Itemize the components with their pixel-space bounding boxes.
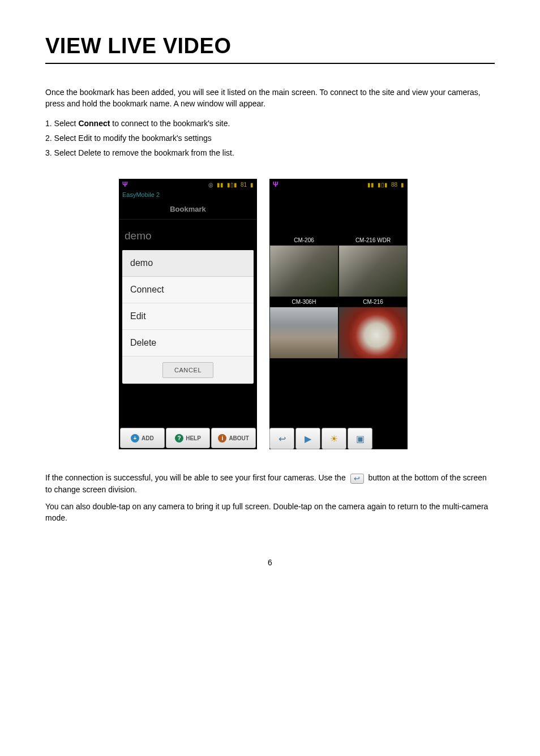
signal-icon: ▮▯▮ [227, 182, 237, 188]
signal-icon: ▮▯▮ [378, 182, 388, 188]
bookmark-name-dim: demo [119, 220, 257, 248]
camera-icon: ☀ [330, 433, 338, 444]
step-connect: 1. Select Connect to connect to the book… [45, 118, 495, 129]
plus-icon: + [131, 434, 139, 443]
menu-edit[interactable]: Edit [122, 303, 254, 330]
cam-label-3: CM-306H [269, 297, 338, 307]
usb-icon: Ψ [122, 181, 128, 188]
para2-prefix: If the connection is successful, you wil… [45, 473, 348, 482]
question-icon: ? [175, 434, 183, 443]
status-bar: Ψ ◎ ▮▮ ▮▯▮ 81 ▮ [119, 179, 257, 190]
step-edit: 2. Select Edit to modify the bookmark's … [45, 132, 495, 144]
step-1-suffix: to connect to the bookmark's site. [110, 119, 230, 128]
about-button[interactable]: i ABOUT [211, 428, 256, 448]
inline-prev-icon: ↩ [350, 474, 364, 484]
battery-icon: ▮ [401, 182, 404, 188]
cam-label-1: CM-206 [269, 235, 338, 245]
video-toolbar: ↩ ▶ ☀ ▣ [269, 428, 408, 449]
sync-icon: ◎ [208, 182, 213, 188]
doubletap-paragraph: You can also double-tap on any camera to… [45, 501, 495, 524]
snapshot-button[interactable]: ☀ [322, 428, 346, 449]
app-title: EasyMobile 2 [119, 190, 257, 199]
context-menu: demo Connect Edit Delete CANCEL [122, 250, 254, 384]
cam-feed-1[interactable] [269, 245, 338, 297]
battery-label: 81 [241, 182, 247, 188]
menu-title: demo [122, 250, 254, 277]
bottom-toolbar: + ADD ? HELP i ABOUT [119, 427, 257, 449]
phone-bookmark-menu: Ψ ◎ ▮▮ ▮▯▮ 81 ▮ EasyMobile 2 Bookmark de… [119, 179, 257, 449]
camera-grid: CM-206 CM-216 WDR CM-306H CM-216 [269, 235, 408, 359]
division-paragraph: If the connection is successful, you wil… [45, 472, 495, 495]
help-label: HELP [186, 435, 201, 441]
network-icon: ▮▮ [217, 182, 224, 188]
help-button[interactable]: ? HELP [166, 428, 211, 448]
menu-delete[interactable]: Delete [122, 330, 254, 356]
cancel-button[interactable]: CANCEL [162, 362, 213, 378]
cam-feed-4[interactable] [338, 307, 408, 359]
section-header: Bookmark [119, 199, 257, 220]
cam-label-4: CM-216 [338, 297, 408, 307]
status-bar: Ψ ▮▮ ▮▯▮ 88 ▮ [269, 179, 408, 190]
page-number: 6 [45, 558, 495, 567]
phone-camera-grid: Ψ ▮▮ ▮▯▮ 88 ▮ CM-206 CM-216 WDR CM-306H … [269, 179, 408, 449]
battery-label: 88 [391, 182, 397, 188]
page-title: VIEW LIVE VIDEO [45, 34, 495, 64]
screenshot-row: Ψ ◎ ▮▮ ▮▯▮ 81 ▮ EasyMobile 2 Bookmark de… [119, 179, 495, 449]
arrow-left-icon: ↩ [278, 433, 286, 444]
play-icon: ▶ [305, 433, 311, 444]
step-1-keyword: Connect [78, 119, 110, 128]
cam-label-2: CM-216 WDR [338, 235, 408, 245]
cam-feed-3[interactable] [269, 307, 338, 359]
step-1-prefix: 1. Select [45, 119, 78, 128]
cam-feed-2[interactable] [338, 245, 408, 297]
grid-icon: ▣ [356, 433, 365, 444]
step-delete: 3. Select Delete to remove the bookmark … [45, 147, 495, 158]
about-label: ABOUT [229, 435, 249, 441]
add-button[interactable]: + ADD [120, 428, 165, 448]
usb-icon: Ψ [273, 181, 278, 188]
network-icon: ▮▮ [367, 182, 374, 188]
add-label: ADD [142, 435, 154, 441]
prev-button[interactable]: ↩ [269, 428, 294, 449]
layout-button[interactable]: ▣ [348, 428, 372, 449]
intro-paragraph: Once the bookmark has been added, you wi… [45, 87, 495, 110]
info-icon: i [218, 434, 226, 443]
battery-icon: ▮ [250, 182, 254, 188]
menu-connect[interactable]: Connect [122, 277, 254, 303]
play-button[interactable]: ▶ [295, 428, 320, 449]
